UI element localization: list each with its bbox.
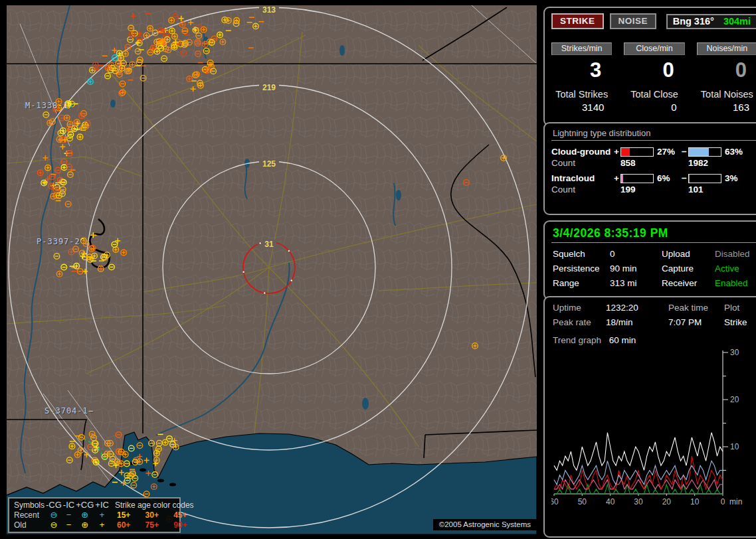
svg-text:min: min: [729, 497, 742, 506]
range-label: Range: [553, 278, 610, 288]
ic-positive-count: 199: [620, 185, 680, 194]
circle-plus-icon: ⊕: [75, 520, 94, 530]
minus-sign: −: [680, 173, 688, 183]
svg-text:125: 125: [262, 159, 276, 169]
svg-text:30: 30: [730, 348, 739, 357]
receiver-label: Receiver: [662, 278, 715, 288]
age-code-75: 75+: [138, 520, 166, 530]
strikes-per-min-chip[interactable]: Strikes/min: [551, 42, 612, 55]
uptime-value: 1232:20: [606, 303, 668, 313]
map-legend: Symbols -CG -IC +CG +IC Strike age color…: [8, 497, 181, 533]
noises-column: Noises/min 0 Total Noises 163: [697, 42, 756, 113]
cg-negative-pct: 63%: [721, 147, 745, 157]
svg-text:60: 60: [551, 497, 559, 506]
storm-marker-icon: −: [88, 406, 94, 416]
count-label: Count: [551, 158, 613, 168]
circle-minus-icon: ⊖: [45, 510, 62, 520]
ic-negative-bar: [688, 174, 721, 183]
trend-window-value: 60 min: [609, 335, 636, 345]
capture-label: Capture: [662, 264, 715, 273]
age-code-60: 60+: [110, 520, 138, 530]
strike-mode-button[interactable]: STRIKE: [551, 13, 604, 29]
age-code-90: 90+: [166, 520, 195, 530]
legend-col-pic: +IC: [94, 500, 110, 510]
close-rate: 0: [624, 58, 684, 84]
minus-icon: −: [62, 510, 75, 520]
svg-text:10: 10: [730, 442, 739, 451]
minus-sign: −: [680, 147, 688, 157]
squelch-value: 0: [610, 249, 662, 259]
close-column: Close/min 0 Total Close 0: [624, 42, 684, 113]
status-box: 3/4/2026 8:35:19 PM Squelch 0 Upload Dis…: [543, 220, 756, 300]
datetime-readout: 3/4/2026 8:35:19 PM: [551, 226, 756, 240]
plus-icon: +: [94, 510, 110, 520]
cg-negative-bar: [688, 147, 721, 157]
total-strikes-value: 3140: [551, 102, 612, 113]
storm-marker-icon: ✓: [69, 101, 74, 110]
svg-text:313: 313: [262, 5, 276, 15]
legend-age-header: Strike age color codes: [110, 500, 195, 510]
svg-text:219: 219: [262, 83, 276, 92]
total-strikes-label: Total Strikes: [551, 89, 612, 100]
plus-icon: +: [94, 520, 110, 530]
counters-box: STRIKE NOISE Bng 316°304mi Strikes/min 3…: [543, 7, 756, 126]
app-window: 31321912531 M-1338-1✓ P-3397-2^ S-3704-1…: [0, 0, 756, 539]
total-close-value: 0: [624, 102, 684, 113]
legend-col-nic: -IC: [62, 500, 75, 510]
age-code-45: 45+: [166, 510, 195, 520]
trend-graph-label: Trend graph: [553, 335, 601, 345]
bearing-label: Bng 316°: [673, 16, 714, 27]
circle-plus-icon: ⊕: [75, 510, 94, 520]
peak-rate-label: Peak rate: [553, 317, 606, 327]
plus-sign: +: [613, 173, 620, 183]
peak-time-label: Peak time: [668, 303, 724, 313]
svg-text:0: 0: [721, 497, 725, 506]
legend-row-recent: Recent: [13, 510, 45, 520]
noises-per-min-chip[interactable]: Noises/min: [697, 42, 756, 55]
peak-rate-value: 18/min: [606, 317, 668, 327]
cloud-ground-label: Cloud-ground: [551, 147, 613, 157]
strikes-rate: 3: [551, 58, 612, 84]
storm-marker-icon: ^: [80, 237, 86, 246]
trend-box: Uptime 1232:20 Peak time Plot Peak rate …: [543, 296, 756, 538]
count-label: Count: [551, 185, 613, 194]
strikes-column: Strikes/min 3 Total Strikes 3140: [551, 42, 612, 113]
svg-text:40: 40: [606, 497, 615, 506]
copyright-notice: ©2005 Astrogenic Systems: [433, 519, 537, 530]
legend-row-old: Old: [13, 520, 45, 530]
minus-icon: −: [62, 520, 75, 530]
legend-col-ncg: -CG: [45, 500, 62, 510]
bearing-distance: 304mi: [723, 16, 751, 27]
ic-positive-bar: [620, 174, 654, 183]
distribution-title: Lightning type distribution: [551, 128, 756, 138]
trend-graph[interactable]: 1020306050403020100min: [551, 346, 744, 518]
noise-mode-button[interactable]: NOISE: [610, 13, 657, 29]
persistence-value: 90 min: [610, 264, 662, 273]
upload-status: Disabled: [715, 249, 756, 259]
storm-cell-label: S-3704-1−: [45, 406, 94, 416]
total-close-label: Total Close: [624, 89, 684, 100]
plot-label: Plot: [724, 303, 756, 313]
persistence-label: Persistence: [553, 264, 610, 273]
squelch-label: Squelch: [553, 249, 610, 259]
storm-cell-label: M-1338-1✓: [25, 101, 74, 110]
noises-rate: 0: [697, 58, 756, 84]
intracloud-label: Intracloud: [551, 173, 613, 183]
ic-negative-pct: 3%: [721, 173, 745, 183]
cg-positive-bar: [620, 147, 654, 157]
upload-label: Upload: [662, 249, 715, 259]
lightning-map[interactable]: 31321912531 M-1338-1✓ P-3397-2^ S-3704-1…: [7, 5, 537, 534]
svg-text:31: 31: [264, 240, 274, 249]
storm-cell-label: P-3397-2^: [37, 237, 86, 246]
age-code-30: 30+: [138, 510, 166, 520]
plus-sign: +: [613, 147, 620, 157]
svg-text:10: 10: [690, 497, 700, 506]
total-noises-value: 163: [697, 102, 756, 113]
svg-text:30: 30: [634, 497, 643, 506]
close-per-min-chip[interactable]: Close/min: [624, 42, 684, 55]
bearing-readout: Bng 316°304mi: [666, 14, 756, 29]
total-noises-label: Total Noises: [697, 89, 756, 100]
age-code-15: 15+: [110, 510, 138, 520]
svg-text:20: 20: [662, 497, 672, 506]
ic-positive-pct: 6%: [654, 173, 680, 183]
